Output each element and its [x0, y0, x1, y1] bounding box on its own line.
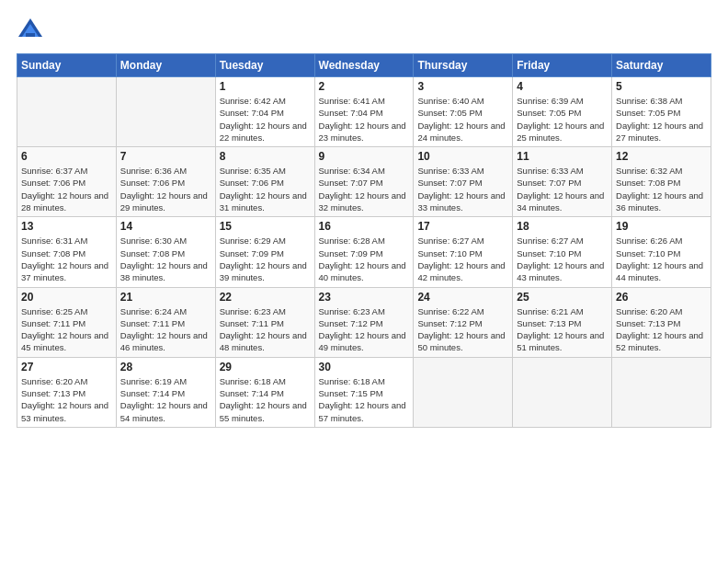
logo [17, 17, 48, 44]
calendar-cell: 19Sunrise: 6:26 AMSunset: 7:10 PMDayligh… [612, 217, 711, 287]
calendar-cell: 28Sunrise: 6:19 AMSunset: 7:14 PMDayligh… [116, 357, 215, 427]
day-number: 4 [517, 80, 608, 93]
day-number: 15 [220, 220, 311, 233]
calendar-cell: 10Sunrise: 6:33 AMSunset: 7:07 PMDayligh… [414, 147, 513, 217]
day-info: Sunrise: 6:18 AMSunset: 7:14 PMDaylight:… [220, 375, 311, 424]
calendar-table: SundayMondayTuesdayWednesdayThursdayFrid… [17, 53, 711, 428]
day-info: Sunrise: 6:39 AMSunset: 7:05 PMDaylight:… [517, 95, 608, 144]
day-info: Sunrise: 6:24 AMSunset: 7:11 PMDaylight:… [120, 305, 211, 354]
day-number: 27 [21, 361, 112, 373]
calendar-cell: 4Sunrise: 6:39 AMSunset: 7:05 PMDaylight… [513, 77, 612, 147]
calendar-cell: 18Sunrise: 6:27 AMSunset: 7:10 PMDayligh… [513, 217, 612, 287]
day-info: Sunrise: 6:19 AMSunset: 7:14 PMDaylight:… [120, 375, 211, 424]
day-number: 19 [616, 220, 707, 233]
day-info: Sunrise: 6:34 AMSunset: 7:07 PMDaylight:… [319, 165, 410, 213]
day-info: Sunrise: 6:20 AMSunset: 7:13 PMDaylight:… [616, 305, 707, 354]
calendar-cell: 9Sunrise: 6:34 AMSunset: 7:07 PMDaylight… [314, 147, 414, 217]
day-number: 25 [517, 291, 608, 304]
calendar-cell: 6Sunrise: 6:37 AMSunset: 7:06 PMDaylight… [17, 147, 117, 217]
calendar-header-wednesday: Wednesday [314, 54, 414, 77]
day-number: 22 [220, 291, 311, 304]
day-info: Sunrise: 6:20 AMSunset: 7:13 PMDaylight:… [21, 375, 112, 424]
day-info: Sunrise: 6:25 AMSunset: 7:11 PMDaylight:… [21, 305, 112, 354]
day-number: 5 [616, 80, 707, 93]
day-info: Sunrise: 6:33 AMSunset: 7:07 PMDaylight:… [517, 165, 608, 213]
day-info: Sunrise: 6:28 AMSunset: 7:09 PMDaylight:… [319, 235, 410, 283]
day-number: 13 [21, 220, 112, 233]
calendar-week-row: 1Sunrise: 6:42 AMSunset: 7:04 PMDaylight… [17, 77, 711, 147]
calendar-cell: 30Sunrise: 6:18 AMSunset: 7:15 PMDayligh… [314, 357, 414, 427]
calendar-cell: 17Sunrise: 6:27 AMSunset: 7:10 PMDayligh… [414, 217, 513, 287]
calendar-cell: 16Sunrise: 6:28 AMSunset: 7:09 PMDayligh… [314, 217, 414, 287]
calendar-header-friday: Friday [513, 54, 612, 77]
calendar-cell: 2Sunrise: 6:41 AMSunset: 7:04 PMDaylight… [314, 77, 414, 147]
calendar-cell: 15Sunrise: 6:29 AMSunset: 7:09 PMDayligh… [215, 217, 314, 287]
day-number: 10 [417, 150, 508, 163]
day-info: Sunrise: 6:41 AMSunset: 7:04 PMDaylight:… [319, 95, 410, 144]
calendar-week-row: 27Sunrise: 6:20 AMSunset: 7:13 PMDayligh… [17, 357, 711, 427]
calendar-cell: 3Sunrise: 6:40 AMSunset: 7:05 PMDaylight… [414, 77, 513, 147]
svg-rect-2 [26, 33, 35, 37]
day-number: 16 [319, 220, 410, 233]
calendar-cell: 5Sunrise: 6:38 AMSunset: 7:05 PMDaylight… [612, 77, 711, 147]
day-info: Sunrise: 6:35 AMSunset: 7:06 PMDaylight:… [220, 165, 311, 213]
day-number: 8 [220, 150, 311, 163]
day-number: 21 [120, 291, 211, 304]
day-number: 28 [120, 361, 211, 373]
calendar-cell: 12Sunrise: 6:32 AMSunset: 7:08 PMDayligh… [612, 147, 711, 217]
calendar-header-thursday: Thursday [414, 54, 513, 77]
day-info: Sunrise: 6:18 AMSunset: 7:15 PMDaylight:… [319, 375, 410, 424]
day-number: 29 [220, 361, 311, 373]
calendar-cell: 14Sunrise: 6:30 AMSunset: 7:08 PMDayligh… [116, 217, 215, 287]
day-info: Sunrise: 6:40 AMSunset: 7:05 PMDaylight:… [417, 95, 508, 144]
day-info: Sunrise: 6:42 AMSunset: 7:04 PMDaylight:… [220, 95, 311, 144]
day-info: Sunrise: 6:29 AMSunset: 7:09 PMDaylight:… [220, 235, 311, 283]
day-number: 7 [120, 150, 211, 163]
day-number: 2 [319, 80, 410, 93]
day-number: 9 [319, 150, 410, 163]
calendar-cell: 24Sunrise: 6:22 AMSunset: 7:12 PMDayligh… [414, 287, 513, 357]
calendar-header-saturday: Saturday [612, 54, 711, 77]
day-info: Sunrise: 6:23 AMSunset: 7:12 PMDaylight:… [319, 305, 410, 354]
calendar-cell: 26Sunrise: 6:20 AMSunset: 7:13 PMDayligh… [612, 287, 711, 357]
day-number: 26 [616, 291, 707, 304]
day-info: Sunrise: 6:27 AMSunset: 7:10 PMDaylight:… [517, 235, 608, 283]
calendar-cell: 13Sunrise: 6:31 AMSunset: 7:08 PMDayligh… [17, 217, 117, 287]
page: SundayMondayTuesdayWednesdayThursdayFrid… [0, 0, 728, 563]
day-number: 11 [517, 150, 608, 163]
day-number: 14 [120, 220, 211, 233]
day-number: 12 [616, 150, 707, 163]
calendar-cell: 21Sunrise: 6:24 AMSunset: 7:11 PMDayligh… [116, 287, 215, 357]
day-info: Sunrise: 6:21 AMSunset: 7:13 PMDaylight:… [517, 305, 608, 354]
calendar-cell: 22Sunrise: 6:23 AMSunset: 7:11 PMDayligh… [215, 287, 314, 357]
day-info: Sunrise: 6:38 AMSunset: 7:05 PMDaylight:… [616, 95, 707, 144]
day-info: Sunrise: 6:27 AMSunset: 7:10 PMDaylight:… [417, 235, 508, 283]
day-number: 3 [417, 80, 508, 93]
calendar-cell: 27Sunrise: 6:20 AMSunset: 7:13 PMDayligh… [17, 357, 117, 427]
day-number: 30 [319, 361, 410, 373]
calendar-cell [414, 357, 513, 427]
day-info: Sunrise: 6:32 AMSunset: 7:08 PMDaylight:… [616, 165, 707, 213]
calendar-week-row: 20Sunrise: 6:25 AMSunset: 7:11 PMDayligh… [17, 287, 711, 357]
day-info: Sunrise: 6:31 AMSunset: 7:08 PMDaylight:… [21, 235, 112, 283]
calendar-header-row: SundayMondayTuesdayWednesdayThursdayFrid… [17, 54, 711, 77]
day-info: Sunrise: 6:22 AMSunset: 7:12 PMDaylight:… [417, 305, 508, 354]
calendar-header-monday: Monday [116, 54, 215, 77]
day-number: 1 [220, 80, 311, 93]
calendar-cell [612, 357, 711, 427]
calendar-cell: 23Sunrise: 6:23 AMSunset: 7:12 PMDayligh… [314, 287, 414, 357]
calendar-cell: 11Sunrise: 6:33 AMSunset: 7:07 PMDayligh… [513, 147, 612, 217]
calendar-cell: 7Sunrise: 6:36 AMSunset: 7:06 PMDaylight… [116, 147, 215, 217]
calendar-cell: 8Sunrise: 6:35 AMSunset: 7:06 PMDaylight… [215, 147, 314, 217]
day-info: Sunrise: 6:37 AMSunset: 7:06 PMDaylight:… [21, 165, 112, 213]
day-info: Sunrise: 6:33 AMSunset: 7:07 PMDaylight:… [417, 165, 508, 213]
logo-icon [17, 17, 44, 44]
calendar-cell: 20Sunrise: 6:25 AMSunset: 7:11 PMDayligh… [17, 287, 117, 357]
calendar-cell [17, 77, 117, 147]
calendar-cell: 29Sunrise: 6:18 AMSunset: 7:14 PMDayligh… [215, 357, 314, 427]
calendar-header-sunday: Sunday [17, 54, 117, 77]
calendar-week-row: 13Sunrise: 6:31 AMSunset: 7:08 PMDayligh… [17, 217, 711, 287]
day-info: Sunrise: 6:30 AMSunset: 7:08 PMDaylight:… [120, 235, 211, 283]
day-number: 17 [417, 220, 508, 233]
header [17, 17, 711, 44]
